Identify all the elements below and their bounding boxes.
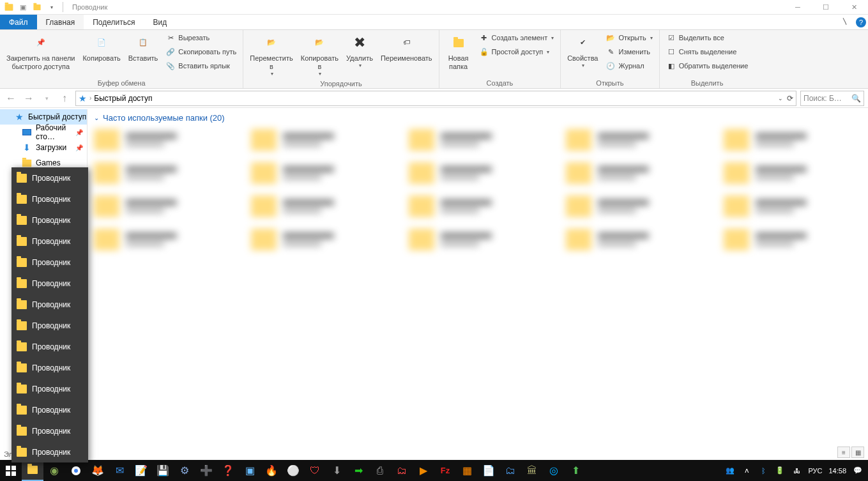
- tab-home[interactable]: Главная: [37, 15, 84, 29]
- refresh-button[interactable]: ⟳: [787, 94, 793, 103]
- taskbar-thunderbird-button[interactable]: ✉: [109, 460, 130, 481]
- folder-item[interactable]: [251, 129, 389, 151]
- taskbar-app-15[interactable]: ◎: [543, 460, 565, 481]
- up-button[interactable]: ↑: [57, 91, 72, 105]
- jumplist-item[interactable]: Проводник: [11, 273, 88, 294]
- jumplist-item[interactable]: Проводник: [11, 378, 88, 399]
- folder-item[interactable]: [409, 162, 547, 184]
- invert-selection-button[interactable]: ◧Обратить выделение: [664, 59, 751, 72]
- taskbar-app-10[interactable]: ▶: [413, 460, 434, 481]
- jumplist-item[interactable]: Проводник: [11, 420, 88, 441]
- tray-people-icon[interactable]: 👥: [725, 466, 735, 476]
- taskbar-app-11[interactable]: ▦: [456, 460, 478, 481]
- folder-item[interactable]: [566, 229, 704, 250]
- taskbar-app-1[interactable]: ◉: [43, 460, 65, 481]
- taskbar-app-16[interactable]: ⬆: [565, 460, 586, 481]
- folder-item[interactable]: [251, 229, 389, 250]
- paste-shortcut-button[interactable]: 📎Вставить ярлык: [163, 59, 239, 72]
- folder-item[interactable]: [724, 229, 862, 250]
- back-button[interactable]: ←: [4, 91, 18, 105]
- rename-button[interactable]: 🏷Переименовать: [378, 31, 435, 64]
- view-largeicons-button[interactable]: ▦: [851, 447, 864, 458]
- properties-button[interactable]: ✔Свойства: [565, 31, 600, 70]
- tab-view[interactable]: Вид: [144, 15, 176, 29]
- folder-item[interactable]: [409, 229, 547, 250]
- address-bar[interactable]: ★ › Быстрый доступ ⌄ ⟳: [75, 91, 796, 106]
- jumplist-item[interactable]: Проводник: [11, 441, 88, 462]
- delete-button[interactable]: ✖Удалить: [344, 31, 376, 70]
- easy-access-button[interactable]: 🔓Простой доступ: [476, 45, 557, 58]
- select-none-button[interactable]: ☐Снять выделение: [664, 45, 751, 58]
- taskbar-add-button[interactable]: ➕: [195, 460, 217, 481]
- tab-file[interactable]: Файл: [0, 15, 37, 29]
- folder-item[interactable]: [94, 162, 232, 184]
- tray-battery-icon[interactable]: 🔋: [775, 466, 785, 476]
- jumplist-item[interactable]: Проводник: [11, 252, 88, 273]
- tray-language[interactable]: РУС: [808, 467, 822, 475]
- taskbar-firefox-button[interactable]: 🦊: [87, 460, 109, 481]
- move-to-button[interactable]: 📂Переместить в: [247, 31, 295, 79]
- folder-item[interactable]: [724, 162, 862, 184]
- start-button[interactable]: [0, 460, 22, 481]
- copy-to-button[interactable]: 📂Копировать в: [298, 31, 341, 79]
- taskbar-steam-button[interactable]: ⚪: [282, 460, 304, 481]
- taskbar-notepad-button[interactable]: 📝: [130, 460, 152, 481]
- search-box[interactable]: Поиск: Б… 🔍: [800, 91, 864, 106]
- tray-network-icon[interactable]: 🖧: [791, 466, 802, 476]
- folder-item[interactable]: [724, 129, 862, 151]
- tray-clock[interactable]: 14:58: [828, 467, 846, 475]
- tray-overflow-button[interactable]: ʌ: [742, 466, 752, 476]
- open-button[interactable]: 📂Открыть: [603, 31, 655, 44]
- paste-button[interactable]: 📋 Вставить: [126, 31, 161, 64]
- edit-button[interactable]: ✎Изменить: [603, 45, 655, 58]
- jumplist-item[interactable]: Проводник: [11, 315, 88, 336]
- view-details-button[interactable]: ≡: [837, 447, 850, 458]
- breadcrumb-quick-access[interactable]: Быстрый доступ: [94, 94, 152, 103]
- qat-customize-dropdown[interactable]: [46, 2, 56, 12]
- copy-button[interactable]: 📄 Копировать: [80, 31, 123, 64]
- taskbar-app-4[interactable]: 🔥: [261, 460, 282, 481]
- sidebar-item-quick-access[interactable]: ★ Быстрый доступ: [0, 109, 87, 125]
- forward-button[interactable]: →: [22, 91, 36, 105]
- recent-locations-button[interactable]: ▾: [40, 91, 54, 105]
- sidebar-item-downloads[interactable]: ⬇ Загрузки 📌: [0, 140, 87, 155]
- qat-properties-icon[interactable]: ▣: [18, 2, 28, 12]
- taskbar-app-6[interactable]: ⬇: [326, 460, 347, 481]
- taskbar-save-button[interactable]: 💾: [152, 460, 174, 481]
- taskbar-help-button[interactable]: ❓: [217, 460, 239, 481]
- folder-item[interactable]: [94, 129, 232, 151]
- taskbar-app-13[interactable]: 🗂: [499, 460, 521, 481]
- jumplist-item[interactable]: Проводник: [11, 231, 88, 252]
- taskbar-app-8[interactable]: ⎙: [369, 460, 391, 481]
- taskbar-app-7[interactable]: ➡: [347, 460, 369, 481]
- new-item-button[interactable]: ✚Создать элемент: [476, 31, 557, 44]
- jumplist-item[interactable]: Проводник: [11, 210, 88, 231]
- taskbar-filezilla-button[interactable]: Fz: [434, 460, 456, 481]
- tray-action-center-button[interactable]: 💬: [853, 466, 863, 476]
- folder-item[interactable]: [566, 129, 704, 151]
- taskbar-app-14[interactable]: 🏛: [521, 460, 543, 481]
- jumplist-item[interactable]: Проводник: [11, 336, 88, 357]
- jumplist-item[interactable]: Проводник: [11, 399, 88, 420]
- jumplist-item[interactable]: Проводник: [11, 188, 88, 210]
- pin-quickaccess-button[interactable]: 📌 Закрепить на панели быстрого доступа: [4, 31, 77, 72]
- taskbar-chrome-button[interactable]: [65, 460, 87, 481]
- copy-path-button[interactable]: 🔗Скопировать путь: [163, 45, 239, 58]
- folder-item[interactable]: [724, 195, 862, 217]
- address-dropdown-button[interactable]: ⌄: [778, 95, 783, 102]
- taskbar-app-9[interactable]: 🗂: [391, 460, 413, 481]
- help-button[interactable]: ?: [854, 15, 868, 29]
- jumplist-item[interactable]: Проводник: [11, 294, 88, 315]
- taskbar-app-2[interactable]: ⚙: [174, 460, 195, 481]
- taskbar-explorer-button[interactable]: [22, 460, 43, 481]
- tray-bluetooth-icon[interactable]: ᛒ: [758, 466, 768, 476]
- new-folder-button[interactable]: Новая папка: [443, 31, 474, 72]
- ribbon-collapse-button[interactable]: 〵: [836, 15, 854, 29]
- jumplist-item[interactable]: Проводник: [11, 167, 88, 188]
- maximize-button[interactable]: ☐: [812, 3, 840, 11]
- cut-button[interactable]: ✂Вырезать: [163, 31, 239, 44]
- tab-share[interactable]: Поделиться: [84, 15, 144, 29]
- taskbar-app-12[interactable]: 📄: [478, 460, 499, 481]
- group-header-frequent-folders[interactable]: ⌄ Часто используемые папки (20): [94, 113, 862, 123]
- minimize-button[interactable]: ─: [784, 3, 812, 11]
